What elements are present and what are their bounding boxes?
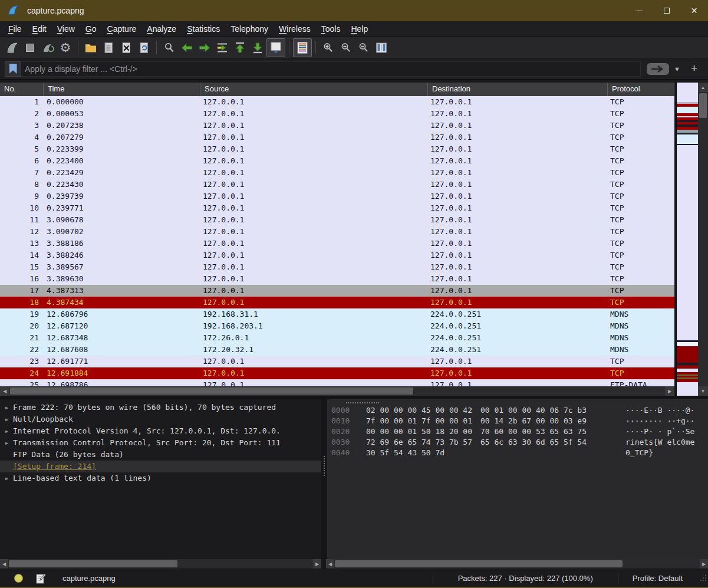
hex-row[interactable]: 0010 7f 00 00 01 7f 00 00 01 00 14 2b 67… (327, 416, 708, 426)
menu-item[interactable]: Edit (27, 24, 52, 34)
menu-item[interactable]: Telephony (225, 24, 274, 34)
packet-detail-row[interactable]: FTP Data (26 bytes data) (0, 449, 321, 461)
zoom-in-button[interactable] (320, 39, 337, 57)
save-file-button[interactable] (100, 39, 117, 57)
close-file-button[interactable] (117, 39, 135, 57)
go-to-packet-button[interactable] (213, 39, 231, 57)
scroll-up-icon[interactable]: ▲ (698, 83, 708, 92)
column-header[interactable]: No. (0, 83, 44, 96)
packet-detail-row[interactable]: ▶ Null/Loopback (0, 413, 321, 425)
hex-row[interactable]: 0000 02 00 00 00 45 00 00 42 00 01 00 00… (327, 405, 708, 416)
menu-item[interactable]: View (52, 24, 80, 34)
packet-detail-row[interactable]: ▶ Frame 222: 70 bytes on wire (560 bits)… (0, 402, 321, 413)
scroll-left-icon[interactable]: ◀ (326, 559, 334, 569)
packet-row[interactable]: 8 0.223430 127.0.0.1 127.0.0.1 TCP (0, 179, 674, 190)
expand-arrow-icon[interactable]: ▶ (0, 437, 13, 449)
hex-row[interactable]: 0030 72 69 6e 65 74 73 7b 57 65 6c 63 30… (327, 437, 708, 448)
menu-item[interactable]: Statistics (182, 24, 225, 34)
scroll-right-icon[interactable]: ▶ (313, 559, 321, 569)
open-file-button[interactable] (82, 39, 100, 57)
scroll-left-icon[interactable]: ◀ (0, 559, 8, 569)
column-header[interactable]: Source (200, 83, 428, 96)
details-bytes-splitter[interactable] (321, 399, 327, 559)
packet-detail-row[interactable]: ▶ Internet Protocol Version 4, Src: 127.… (0, 425, 321, 437)
expand-arrow-icon[interactable] (0, 449, 13, 461)
packet-row[interactable]: 6 0.223400 127.0.0.1 127.0.0.1 TCP (0, 155, 674, 167)
stop-capture-button[interactable] (21, 39, 39, 57)
packet-row[interactable]: 22 12.687608 172.20.32.1 224.0.0.251 MDN… (0, 344, 674, 356)
packet-row[interactable]: 11 3.090678 127.0.0.1 127.0.0.1 TCP (0, 214, 674, 226)
maximize-button[interactable] (653, 0, 680, 21)
menu-item[interactable]: Help (345, 24, 373, 34)
add-filter-button[interactable]: + (685, 62, 703, 76)
resize-columns-button[interactable] (373, 39, 390, 57)
packet-list-minimap[interactable] (676, 83, 698, 396)
go-forward-button[interactable] (196, 39, 213, 57)
packet-list-hscrollbar[interactable]: ◀ ▶ (0, 386, 674, 396)
column-header[interactable]: Protocol (608, 83, 674, 96)
packet-row[interactable]: 21 12.687348 172.26.0.1 224.0.0.251 MDNS (0, 332, 674, 344)
hex-hscrollbar[interactable]: ◀ ▶ (326, 559, 708, 569)
menu-item[interactable]: Wireless (274, 24, 316, 34)
hex-row[interactable]: 0040 30 5f 54 43 50 7d 0_TCP} (327, 448, 708, 458)
minimize-button[interactable] (625, 0, 653, 21)
menu-item[interactable]: Go (80, 24, 102, 34)
packet-row[interactable]: 25 12.698786 127.0.0.1 127.0.0.1 FTP-DAT… (0, 379, 674, 386)
go-last-packet-button[interactable] (249, 39, 266, 57)
hscroll-thumb[interactable] (9, 560, 177, 567)
packet-detail-row[interactable]: ▶ Transmission Control Protocol, Src Por… (0, 437, 321, 449)
packet-row[interactable]: 13 3.388186 127.0.0.1 127.0.0.1 TCP (0, 238, 674, 249)
expert-info-icon[interactable] (14, 574, 23, 583)
go-first-packet-button[interactable] (231, 39, 249, 57)
expand-arrow-icon[interactable] (0, 461, 13, 472)
scroll-right-icon[interactable]: ▶ (665, 386, 674, 396)
packet-row[interactable]: 17 4.387313 127.0.0.1 127.0.0.1 TCP (0, 285, 674, 297)
packet-row[interactable]: 2 0.000053 127.0.0.1 127.0.0.1 TCP (0, 108, 674, 120)
display-filter-input[interactable] (21, 61, 641, 77)
packet-list-vscrollbar[interactable]: ▲ ▼ (698, 83, 708, 396)
packet-detail-row[interactable]: [Setup frame: 214] (0, 461, 321, 472)
zoom-out-button[interactable] (337, 39, 355, 57)
hex-row[interactable]: 0020 00 00 00 01 50 18 20 00 70 60 00 00… (327, 426, 708, 437)
packet-row[interactable]: 4 0.207279 127.0.0.1 127.0.0.1 TCP (0, 132, 674, 143)
scroll-left-icon[interactable]: ◀ (0, 386, 9, 396)
packet-row[interactable]: 12 3.090702 127.0.0.1 127.0.0.1 TCP (0, 226, 674, 238)
vscroll-thumb[interactable] (699, 93, 707, 118)
close-button[interactable]: ✕ (680, 0, 708, 21)
statusbar-profile[interactable]: Profile: Default (618, 574, 699, 583)
colorize-toggle[interactable] (293, 38, 312, 57)
packet-row[interactable]: 19 12.686796 192.168.31.1 224.0.0.251 MD… (0, 308, 674, 320)
hscroll-thumb[interactable] (335, 560, 623, 567)
packet-row[interactable]: 24 12.691884 127.0.0.1 127.0.0.1 TCP (0, 367, 674, 379)
expand-arrow-icon[interactable]: ▶ (0, 472, 13, 484)
auto-scroll-toggle[interactable] (266, 38, 285, 57)
packet-row[interactable]: 9 0.239739 127.0.0.1 127.0.0.1 TCP (0, 190, 674, 202)
apply-filter-button[interactable] (647, 63, 669, 75)
packet-detail-row[interactable]: ▶ Line-based text data (1 lines) (0, 472, 321, 484)
packet-row[interactable]: 16 3.389630 127.0.0.1 127.0.0.1 TCP (0, 273, 674, 285)
packet-row[interactable]: 15 3.389567 127.0.0.1 127.0.0.1 TCP (0, 261, 674, 273)
zoom-original-button[interactable] (355, 39, 373, 57)
resize-grip-icon[interactable] (699, 574, 707, 583)
column-header[interactable]: Time (44, 83, 200, 96)
scroll-right-icon[interactable]: ▶ (700, 559, 708, 569)
packet-row[interactable]: 20 12.687120 192.168.203.1 224.0.0.251 M… (0, 320, 674, 332)
packet-row[interactable]: 10 0.239771 127.0.0.1 127.0.0.1 TCP (0, 202, 674, 214)
hscroll-thumb[interactable] (10, 387, 413, 395)
column-header[interactable]: Destination (428, 83, 608, 96)
packet-row[interactable]: 5 0.223399 127.0.0.1 127.0.0.1 TCP (0, 143, 674, 155)
scroll-down-icon[interactable]: ▼ (698, 386, 708, 396)
packet-row[interactable]: 3 0.207238 127.0.0.1 127.0.0.1 TCP (0, 120, 674, 132)
find-packet-button[interactable] (160, 39, 178, 57)
filter-dropdown-caret[interactable]: ▼ (669, 65, 685, 73)
reload-file-button[interactable] (135, 39, 153, 57)
packet-row[interactable]: 7 0.223429 127.0.0.1 127.0.0.1 TCP (0, 167, 674, 179)
menu-item[interactable]: File (3, 24, 27, 34)
capture-options-button[interactable]: ⚙ (57, 39, 74, 57)
go-back-button[interactable] (178, 39, 196, 57)
capture-comment-icon[interactable] (36, 573, 46, 584)
menu-item[interactable]: Tools (316, 24, 346, 34)
expand-arrow-icon[interactable]: ▶ (0, 402, 13, 413)
restart-capture-button[interactable] (39, 39, 57, 57)
packet-row[interactable]: 14 3.388246 127.0.0.1 127.0.0.1 TCP (0, 249, 674, 261)
